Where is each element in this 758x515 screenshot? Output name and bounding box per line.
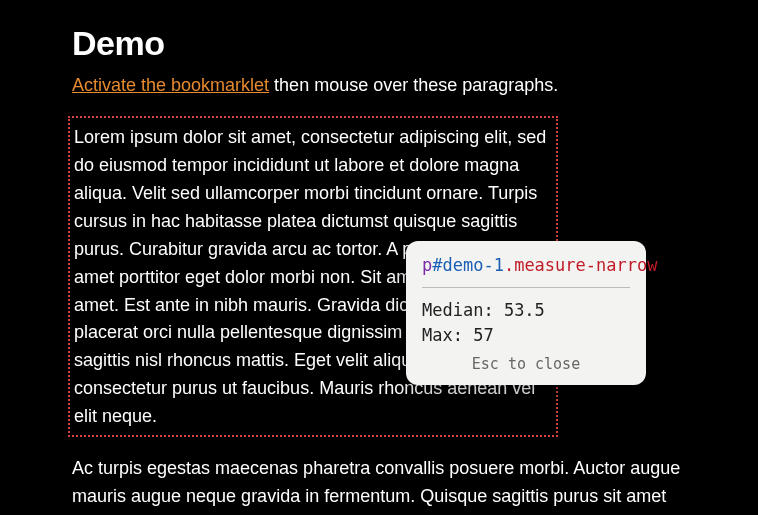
max-value: 57 — [473, 325, 493, 345]
median-value: 53.5 — [504, 300, 545, 320]
tooltip-max-row: Max: 57 — [422, 323, 630, 348]
selector-tag: p — [422, 255, 432, 275]
median-label: Median: — [422, 300, 504, 320]
measure-tooltip: p#demo-1.measure-narrow Median: 53.5 Max… — [406, 241, 646, 385]
demo-paragraph-2[interactable]: Ac turpis egestas maecenas pharetra conv… — [72, 455, 712, 515]
activate-bookmarklet-link[interactable]: Activate the bookmarklet — [72, 75, 269, 95]
selector-id: #demo-1 — [432, 255, 504, 275]
max-label: Max: — [422, 325, 473, 345]
selector-class: .measure-narrow — [504, 255, 658, 275]
intro-text: then mouse over these paragraphs. — [269, 75, 558, 95]
tooltip-median-row: Median: 53.5 — [422, 298, 630, 323]
tooltip-close-hint: Esc to close — [422, 347, 630, 375]
page-title: Demo — [72, 24, 758, 63]
tooltip-selector: p#demo-1.measure-narrow — [422, 255, 630, 288]
intro-paragraph: Activate the bookmarklet then mouse over… — [72, 73, 758, 98]
